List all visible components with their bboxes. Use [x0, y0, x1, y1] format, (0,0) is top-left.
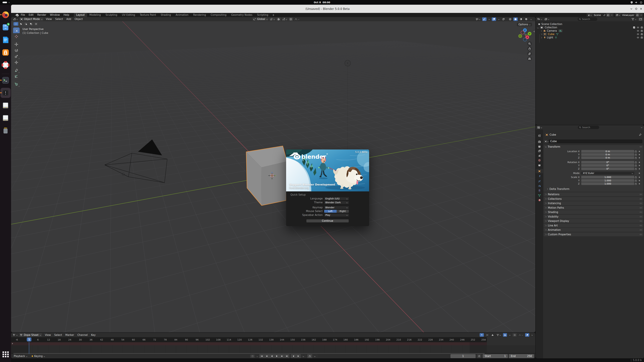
- proportional-falloff-selector[interactable]: [294, 17, 300, 21]
- panel-grip[interactable]: [640, 146, 642, 147]
- new-collection-button[interactable]: [638, 17, 643, 21]
- lock-icon[interactable]: [635, 182, 637, 185]
- breadcrumb-object-name[interactable]: Cube: [550, 133, 556, 136]
- properties-panel-collapsed[interactable]: Relations: [544, 192, 643, 196]
- scene-new-button[interactable]: [606, 13, 610, 17]
- scrollbar-thumb[interactable]: [14, 353, 485, 354]
- properties-editor-type-button[interactable]: [536, 126, 543, 129]
- cube-expand-caret[interactable]: [540, 33, 542, 35]
- transform-row-value[interactable]: 0 m: [581, 150, 634, 153]
- volume-icon[interactable]: [635, 1, 638, 4]
- camera-object[interactable]: [105, 139, 167, 183]
- workspace-tab[interactable]: Shading: [158, 13, 173, 17]
- row-camera[interactable]: Camera: [536, 29, 644, 32]
- workspace-tab[interactable]: Sculpting: [103, 13, 120, 17]
- tool-transform[interactable]: [13, 59, 20, 65]
- light-data-icon[interactable]: [555, 36, 557, 39]
- transform-row-value[interactable]: 1.000: [581, 182, 634, 185]
- loop-dropdown[interactable]: [312, 354, 317, 358]
- close-button[interactable]: [639, 7, 643, 10]
- viewlayer-browse-button[interactable]: [615, 13, 621, 17]
- viewport-menu[interactable]: Object: [73, 17, 84, 21]
- properties-pin-icon[interactable]: [639, 133, 642, 136]
- animate-dot[interactable]: [639, 157, 640, 158]
- timeline-snap-selector[interactable]: [503, 333, 507, 337]
- timeline-menu[interactable]: Key: [90, 333, 97, 337]
- properties-panel-collapsed[interactable]: Visibility: [544, 215, 643, 219]
- scene-unlink-button[interactable]: [610, 13, 614, 17]
- workspace-tab[interactable]: Compositing: [208, 13, 229, 17]
- workspace-tab[interactable]: Rendering: [191, 13, 208, 17]
- timeline-hidden-toggle[interactable]: [485, 333, 489, 337]
- transform-row-value[interactable]: 0 m: [581, 156, 634, 159]
- tool-cursor[interactable]: [13, 33, 20, 39]
- window-titlebar[interactable]: (Unsaved) - Blender 5.0.0 Beta: [11, 5, 644, 13]
- animate-dot[interactable]: [639, 162, 640, 163]
- viewport-canvas[interactable]: User Perspective (1) Collection | Cube O…: [11, 21, 535, 332]
- step-dropdown[interactable]: [301, 354, 306, 358]
- dock-item-firefox[interactable]: [2, 11, 10, 18]
- animate-dot[interactable]: [639, 177, 640, 178]
- play-button[interactable]: [274, 354, 280, 358]
- panel-grip[interactable]: [640, 207, 642, 209]
- panel-grip[interactable]: [640, 234, 642, 235]
- scene-name[interactable]: Scene: [592, 14, 602, 16]
- lock-icon[interactable]: [635, 150, 637, 153]
- outliner-editor-type-button[interactable]: [536, 17, 543, 21]
- workspace-tab[interactable]: Animation: [173, 13, 191, 17]
- tab-particles[interactable]: [536, 179, 543, 183]
- pan-button[interactable]: [527, 46, 532, 51]
- timeline-menu[interactable]: Channel: [76, 333, 90, 337]
- keymap-select[interactable]: Blender: [324, 206, 349, 209]
- dock-item-app-store[interactable]: [2, 49, 10, 56]
- animate-dot[interactable]: [639, 173, 640, 174]
- menubar-menu[interactable]: Window: [48, 13, 62, 17]
- viewport-menu[interactable]: Add: [64, 17, 73, 21]
- camera-hide-icon[interactable]: [637, 30, 639, 32]
- workspace-tab[interactable]: Geometry Nodes: [229, 13, 255, 17]
- tool-annotate[interactable]: [13, 67, 20, 73]
- timeline-editor-type-button[interactable]: [12, 333, 18, 337]
- overlays-dropdown[interactable]: [497, 17, 500, 21]
- power-icon[interactable]: [640, 1, 642, 4]
- camera-render-icon[interactable]: [641, 30, 643, 32]
- tab-constraints[interactable]: [536, 188, 543, 193]
- select-tweak-mode[interactable]: [18, 22, 24, 26]
- select-subtract-mode[interactable]: [28, 22, 34, 26]
- properties-panel-collapsed[interactable]: Motion Paths: [544, 206, 643, 210]
- xray-toggle[interactable]: [501, 17, 506, 21]
- tab-scene[interactable]: [536, 153, 543, 158]
- cube-render-icon[interactable]: [641, 33, 643, 35]
- workspace-tab[interactable]: Modeling: [87, 13, 103, 17]
- ortho-toggle-button[interactable]: [527, 56, 532, 61]
- collection-expand-caret[interactable]: [537, 27, 539, 28]
- lock-icon[interactable]: [635, 176, 637, 178]
- transform-row-value[interactable]: 1.000: [581, 179, 634, 182]
- timeline-errors-toggle[interactable]: [490, 333, 494, 337]
- animate-dot[interactable]: [639, 151, 640, 152]
- timeline-menu[interactable]: Select: [52, 333, 64, 337]
- panel-grip[interactable]: [640, 225, 642, 226]
- next-keyframe-button[interactable]: [280, 354, 284, 358]
- panel-grip[interactable]: [640, 216, 642, 217]
- delta-transform-row[interactable]: Delta Transform: [547, 188, 569, 191]
- viewport-editor-type-button[interactable]: [12, 17, 18, 21]
- tab-output[interactable]: [536, 144, 543, 149]
- dock-item-terminal[interactable]: [2, 76, 10, 84]
- timeline-menu[interactable]: View: [43, 333, 53, 337]
- jump-to-end-button[interactable]: [284, 354, 290, 358]
- snap-target-selector[interactable]: [282, 17, 288, 21]
- scene-pin-icon[interactable]: [602, 13, 606, 17]
- transform-panel-header[interactable]: Transform: [544, 145, 643, 149]
- properties-panel-collapsed[interactable]: Line Art: [544, 224, 643, 227]
- orientation-selector[interactable]: Global: [252, 17, 268, 21]
- transform-row-value[interactable]: 0 m: [581, 153, 634, 156]
- animate-dot[interactable]: [639, 165, 640, 166]
- timeline-automerge-toggle[interactable]: [525, 333, 529, 337]
- menubar-menu[interactable]: Help: [62, 13, 71, 17]
- animate-dot[interactable]: [639, 180, 640, 181]
- scene-browse-button[interactable]: [587, 13, 592, 17]
- lock-icon[interactable]: [635, 161, 637, 164]
- gizmos-toggle[interactable]: [482, 17, 486, 21]
- shading-material-button[interactable]: [519, 17, 523, 21]
